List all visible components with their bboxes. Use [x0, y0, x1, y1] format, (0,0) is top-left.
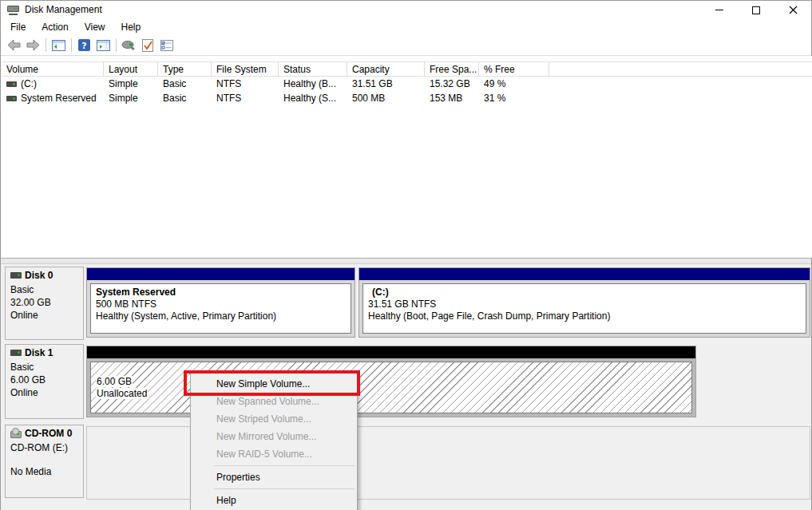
close-icon — [789, 6, 798, 14]
svg-text:?: ? — [81, 41, 86, 51]
partition-color-strip — [87, 346, 695, 358]
volume-layout: Simple — [104, 93, 158, 104]
close-button[interactable] — [774, 1, 811, 19]
volume-row-c[interactable]: (C:) Simple Basic NTFS Healthy (B... 31.… — [2, 77, 812, 91]
partition-status: Healthy (Boot, Page File, Crash Dump, Pr… — [368, 310, 801, 322]
restore-button[interactable] — [738, 1, 774, 19]
volume-capacity: 500 MB — [347, 93, 425, 104]
menu-bar: File Action View Help — [1, 19, 811, 35]
column-header-status[interactable]: Status — [279, 62, 347, 76]
volume-name: System Reserved — [21, 93, 97, 104]
volume-file-system: NTFS — [212, 78, 279, 89]
volume-icon — [6, 81, 17, 87]
partition-size: 500 MB NTFS — [96, 298, 346, 310]
column-header-percent-free[interactable]: % Free — [479, 62, 549, 76]
partition-system-reserved[interactable]: System Reserved 500 MB NTFS Healthy (Sys… — [86, 267, 355, 338]
column-header-free-space[interactable]: Free Spa... — [425, 62, 479, 76]
cdrom-drive-letter: CD-ROM (E:) — [10, 441, 81, 454]
cdrom-label[interactable]: CD-ROM 0 CD-ROM (E:) No Media — [5, 425, 84, 498]
disk-size: 32.00 GB — [10, 296, 81, 309]
disk-type: Basic — [10, 283, 81, 296]
disk-size: 6.00 GB — [10, 374, 81, 386]
volume-name: (C:) — [21, 78, 37, 89]
disk-name: CD-ROM 0 — [25, 428, 72, 439]
minimize-icon — [715, 10, 723, 10]
volume-percent-free: 31 % — [479, 93, 549, 104]
partition-size: 31.51 GB NTFS — [368, 298, 801, 310]
partition-c-drive[interactable]: (C:) 31.51 GB NTFS Healthy (Boot, Page F… — [358, 267, 810, 338]
volume-status: Healthy (S... — [279, 93, 347, 104]
volume-type: Basic — [158, 93, 212, 104]
column-header-volume[interactable]: Volume — [2, 62, 104, 76]
pane-splitter[interactable] — [1, 258, 811, 264]
volume-file-system: NTFS — [212, 93, 279, 104]
annotation-highlight-box — [184, 370, 360, 396]
menu-action[interactable]: Action — [34, 19, 76, 35]
disk-icon — [10, 350, 22, 356]
disk-name: Disk 1 — [25, 347, 53, 358]
partition-color-strip — [359, 268, 810, 280]
task-view-icon[interactable] — [159, 38, 175, 53]
toolbar-separator — [46, 38, 46, 52]
column-header-layout[interactable]: Layout — [104, 62, 158, 76]
graphical-view: Disk 0 Basic 32.00 GB Online System Rese… — [1, 264, 811, 510]
volume-layout: Simple — [104, 78, 158, 89]
volume-status: Healthy (B... — [279, 78, 347, 89]
disk-type: Basic — [10, 361, 81, 374]
column-header-capacity[interactable]: Capacity — [347, 62, 425, 76]
menu-view[interactable]: View — [77, 19, 113, 35]
toolbar: ? — [1, 35, 811, 56]
menu-item-new-raid-5-volume[interactable]: New RAID-5 Volume... — [191, 445, 357, 463]
unallocated-label: Unallocated — [96, 388, 148, 399]
partition-unallocated[interactable]: 6.00 GB Unallocated — [86, 346, 696, 417]
window-title: Disk Management — [25, 4, 102, 15]
menu-help[interactable]: Help — [113, 19, 149, 35]
minimize-button[interactable] — [701, 1, 738, 19]
help-icon[interactable]: ? — [76, 38, 92, 53]
show-action-pane-icon[interactable] — [95, 38, 111, 53]
menu-item-new-striped-volume[interactable]: New Striped Volume... — [191, 410, 357, 428]
partition-title: System Reserved — [96, 287, 346, 298]
restore-icon — [752, 6, 760, 14]
back-icon[interactable] — [6, 38, 22, 53]
menu-item-properties[interactable]: Properties — [191, 468, 357, 486]
disk-name: Disk 0 — [25, 270, 53, 281]
menu-file[interactable]: File — [2, 19, 34, 35]
volume-free-space: 15.32 GB — [425, 78, 479, 89]
export-list-icon[interactable] — [140, 38, 156, 53]
menu-separator — [214, 465, 355, 466]
disk-management-window: Disk Management File Action View Help ? — [0, 0, 812, 510]
disk1-label[interactable]: Disk 1 Basic 6.00 GB Online — [5, 344, 84, 419]
volume-row-system-reserved[interactable]: System Reserved Simple Basic NTFS Health… — [2, 91, 812, 105]
menu-item-new-mirrored-volume[interactable]: New Mirrored Volume... — [191, 428, 357, 445]
device-properties-icon[interactable] — [121, 38, 137, 53]
title-bar: Disk Management — [1, 1, 811, 19]
disk-status: Online — [10, 386, 81, 399]
volume-percent-free: 49 % — [479, 78, 549, 89]
column-header-filler — [549, 62, 812, 76]
partition-status: Healthy (System, Active, Primary Partiti… — [96, 310, 346, 322]
volume-icon — [6, 96, 17, 101]
unallocated-size: 6.00 GB — [96, 376, 133, 387]
menu-separator — [214, 488, 355, 489]
partition-title: (C:) — [368, 287, 801, 298]
volume-free-space: 153 MB — [425, 93, 479, 104]
disk-icon — [10, 272, 22, 279]
column-header-type[interactable]: Type — [158, 62, 212, 76]
disk-status: Online — [10, 309, 81, 322]
disk0-label[interactable]: Disk 0 Basic 32.00 GB Online — [5, 267, 84, 340]
volume-capacity: 31.51 GB — [347, 78, 425, 89]
forward-icon[interactable] — [25, 38, 41, 53]
disk-management-app-icon — [7, 4, 20, 15]
volume-list-header: Volume Layout Type File System Status Ca… — [2, 61, 812, 77]
volume-list: Volume Layout Type File System Status Ca… — [2, 56, 812, 258]
volume-type: Basic — [158, 78, 212, 89]
toolbar-separator — [71, 38, 72, 52]
show-console-tree-icon[interactable] — [50, 38, 66, 53]
column-header-file-system[interactable]: File System — [212, 62, 279, 76]
menu-item-help[interactable]: Help — [191, 492, 357, 509]
cdrom-status: No Media — [10, 465, 81, 478]
partition-color-strip — [87, 268, 355, 280]
toolbar-separator — [116, 38, 117, 52]
cdrom-icon — [10, 431, 22, 438]
